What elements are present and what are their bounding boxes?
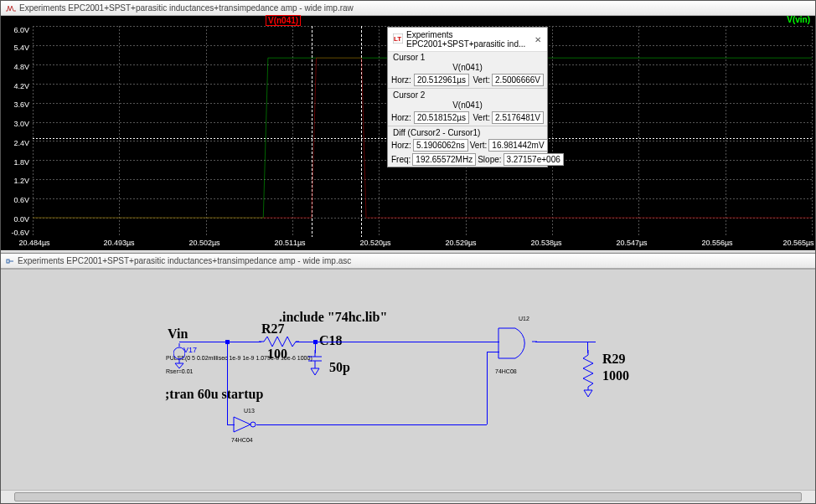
y-tick: 6.0V <box>13 26 29 34</box>
scrollbar-thumb[interactable] <box>14 492 802 501</box>
x-tick: 20.565µs <box>782 239 813 247</box>
r29-value[interactable]: 1000 <box>602 368 629 383</box>
y-tick: 2.4V <box>13 139 29 147</box>
diff-horz-value[interactable]: 5.1906062ns <box>413 139 468 152</box>
diff-label: Diff (Cursor2 - Cursor1) <box>388 127 547 138</box>
dialog-title: Experiments EPC2001+SPST+parasitic ind..… <box>406 30 530 49</box>
schematic-window: Experiments EPC2001+SPST+parasitic induc… <box>1 254 815 503</box>
tran-directive[interactable]: ;tran 60u startup <box>165 387 263 402</box>
cursor1-horz-label: Horz: <box>391 75 412 85</box>
ltspice-icon: LT <box>393 33 403 45</box>
cursor1-horz-value[interactable]: 20.512961µs <box>414 74 469 86</box>
y-tick: 4.8V <box>13 63 29 71</box>
diff-slope-label: Slope: <box>478 155 501 164</box>
cursor2-vert-label: Vert: <box>471 113 490 122</box>
v17-spec[interactable]: PULSE(0 5 0.02millisec 1e-9 1e-9 1.075e-… <box>166 355 325 361</box>
waveform-titlebar[interactable]: Experiments EPC2001+SPST+parasitic induc… <box>1 1 815 16</box>
close-icon[interactable]: ✕ <box>534 33 542 45</box>
diff-slope-value[interactable]: 3.27157e+006 <box>504 153 564 166</box>
cursor1-vert-label: Vert: <box>471 75 490 85</box>
x-tick: 20.493µs <box>103 239 134 247</box>
trace-label-red[interactable]: V(n041) <box>266 15 301 26</box>
x-tick: 20.502µs <box>189 239 219 247</box>
x-tick: 20.556µs <box>701 239 732 247</box>
y-axis: 6.0V 5.4V 4.8V 4.2V 3.6V 3.0V 2.4V 1.8V … <box>1 26 33 237</box>
cursor2-signal: V(n041) <box>388 100 547 111</box>
y-tick: -0.6V <box>11 229 29 237</box>
svg-point-3 <box>173 347 185 359</box>
x-tick: 20.538µs <box>530 239 561 247</box>
resistor-r27[interactable] <box>259 336 299 347</box>
cursor2-vert-value[interactable]: 2.5176481V <box>492 111 544 124</box>
y-tick: 5.4V <box>13 44 29 52</box>
trace-label-bar: V(n041) V(vin) <box>1 16 815 26</box>
waveform-title: Experiments EPC2001+SPST+parasitic induc… <box>19 3 354 13</box>
wire-node <box>313 340 318 344</box>
y-tick: 3.0V <box>13 120 29 128</box>
cursor2-horz-value[interactable]: 20.518152µs <box>414 111 469 124</box>
x-tick: 20.484µs <box>18 239 49 247</box>
c18-name[interactable]: C18 <box>319 333 343 348</box>
diff-freq-value[interactable]: 192.65572MHz <box>412 153 476 166</box>
cursor1-signal: V(n041) <box>388 63 547 73</box>
wire-node <box>225 340 230 344</box>
capacitor-c18[interactable] <box>308 350 322 378</box>
schematic-canvas[interactable]: .include "74hc.lib" Vin R27 100 C18 50p … <box>1 269 815 490</box>
y-tick: 0.6V <box>13 196 29 204</box>
dialog-titlebar[interactable]: LT Experiments EPC2001+SPST+parasitic in… <box>388 28 547 52</box>
svg-marker-10 <box>234 417 250 432</box>
and-gate-u12[interactable] <box>497 323 537 363</box>
cursor2-label: Cursor 2 <box>388 90 547 100</box>
cursor2-horz-label: Horz: <box>391 113 412 122</box>
u13-name[interactable]: U13 <box>244 408 255 414</box>
c18-value[interactable]: 50p <box>329 360 350 375</box>
resistor-r29[interactable] <box>582 350 594 399</box>
voltage-source-v17[interactable] <box>173 343 185 368</box>
wave-icon <box>6 4 16 13</box>
svg-text:LT: LT <box>394 35 401 43</box>
u13-model[interactable]: 74HC04 <box>231 437 253 443</box>
cursor1-label: Cursor 1 <box>388 52 547 63</box>
diff-freq-label: Freq: <box>391 155 411 164</box>
cursor1-vert-value[interactable]: 2.5006666V <box>492 74 544 86</box>
y-tick: 3.6V <box>13 100 29 109</box>
diff-vert-value[interactable]: 16.981442mV <box>488 139 547 152</box>
inverter-u13[interactable] <box>232 415 259 434</box>
v17-name[interactable]: V17 <box>183 346 197 354</box>
u12-model[interactable]: 74HC08 <box>495 368 517 374</box>
net-label-vin[interactable]: Vin <box>168 327 188 342</box>
y-tick: 4.2V <box>13 82 29 90</box>
cursor-dialog[interactable]: LT Experiments EPC2001+SPST+parasitic in… <box>387 27 548 167</box>
r27-name[interactable]: R27 <box>261 321 285 337</box>
trace-label-green[interactable]: V(vin) <box>787 15 810 24</box>
x-tick: 20.511µs <box>274 239 305 247</box>
scrollbar-horizontal[interactable] <box>1 490 815 503</box>
r29-name[interactable]: R29 <box>602 352 626 367</box>
y-tick: 1.2V <box>13 177 29 185</box>
v17-rser[interactable]: Rser=0.01 <box>166 368 194 374</box>
y-tick: 1.8V <box>13 158 29 167</box>
include-directive[interactable]: .include "74hc.lib" <box>279 310 387 325</box>
schematic-title: Experiments EPC2001+SPST+parasitic induc… <box>18 256 351 265</box>
schematic-icon <box>6 257 14 265</box>
diff-vert-label: Vert: <box>470 141 488 150</box>
x-tick: 20.529µs <box>445 239 476 247</box>
x-tick: 20.520µs <box>359 239 390 247</box>
svg-rect-0 <box>7 260 9 263</box>
diff-horz-label: Horz: <box>391 141 411 150</box>
x-tick: 20.547µs <box>616 239 647 247</box>
u12-name[interactable]: U12 <box>519 316 529 321</box>
y-tick: 0.0V <box>13 215 29 224</box>
schematic-titlebar[interactable]: Experiments EPC2001+SPST+parasitic induc… <box>1 254 815 269</box>
x-axis: 20.484µs 20.493µs 20.502µs 20.511µs 20.5… <box>1 237 815 250</box>
